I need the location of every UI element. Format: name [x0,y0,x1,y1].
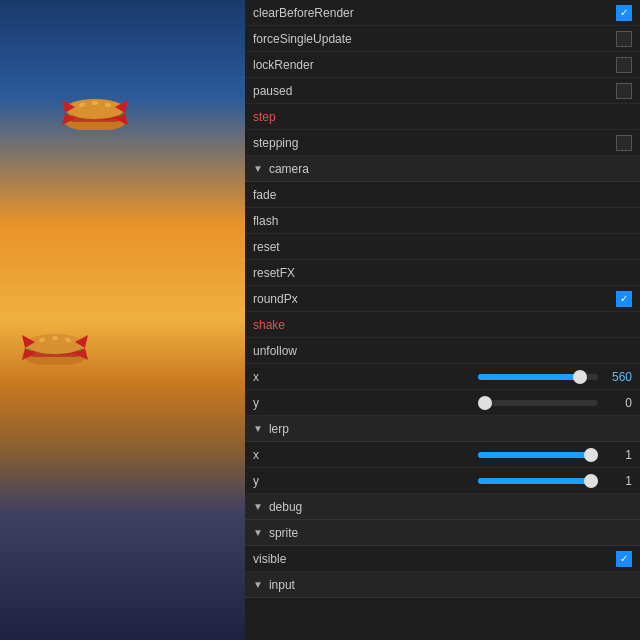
lerp-x-slider-thumb[interactable] [584,448,598,462]
prop-shake: shake [245,312,640,338]
debug-section-label: debug [269,500,302,514]
prop-label-unfollow: unfollow [253,344,632,358]
lerp-section-label: lerp [269,422,289,436]
checkbox-forceSingleUpdate[interactable] [616,31,632,47]
prop-label-flash: flash [253,214,632,228]
lerp-y-slider-track[interactable] [478,478,598,484]
camera-arrow-icon: ▼ [253,163,263,174]
hotdog-sprite-top [60,95,130,130]
svg-point-10 [52,336,58,340]
prop-label-lerp-y: y [253,474,478,488]
section-header-sprite[interactable]: ▼ sprite [245,520,640,546]
camera-y-value: 0 [604,396,632,410]
section-header-lerp[interactable]: ▼ lerp [245,416,640,442]
game-view [0,0,245,640]
sprite-arrow-icon: ▼ [253,527,263,538]
prop-paused: paused [245,78,640,104]
hotdog-sprite-bottom [20,330,90,365]
prop-label-fade: fade [253,188,632,202]
prop-reset: reset [245,234,640,260]
prop-camera-x: x 560 [245,364,640,390]
camera-x-slider-fill [478,374,580,380]
prop-label-paused: paused [253,84,616,98]
prop-label-lockRender: lockRender [253,58,616,72]
checkbox-paused[interactable] [616,83,632,99]
lerp-x-value: 1 [604,448,632,462]
camera-section-label: camera [269,162,309,176]
prop-resetFX: resetFX [245,260,640,286]
checkbox-clearBeforeRender[interactable] [616,5,632,21]
debug-arrow-icon: ▼ [253,501,263,512]
section-header-debug[interactable]: ▼ debug [245,494,640,520]
prop-visible: visible [245,546,640,572]
lerp-y-value: 1 [604,474,632,488]
prop-label-clearBeforeRender: clearBeforeRender [253,6,616,20]
prop-label-visible: visible [253,552,616,566]
prop-lockRender: lockRender [245,52,640,78]
camera-x-slider-thumb[interactable] [573,370,587,384]
input-section-label: input [269,578,295,592]
prop-label-roundPx: roundPx [253,292,616,306]
prop-lerp-x: x 1 [245,442,640,468]
camera-y-slider-track[interactable] [478,400,598,406]
prop-value-clearBeforeRender [616,5,632,21]
sprite-section-label: sprite [269,526,298,540]
input-arrow-icon: ▼ [253,579,263,590]
checkbox-roundPx[interactable] [616,291,632,307]
checkbox-lockRender[interactable] [616,57,632,73]
section-header-input[interactable]: ▼ input [245,572,640,598]
prop-clearBeforeRender: clearBeforeRender [245,0,640,26]
prop-forceSingleUpdate: forceSingleUpdate [245,26,640,52]
prop-label-reset: reset [253,240,632,254]
prop-flash: flash [245,208,640,234]
prop-label-stepping: stepping [253,136,616,150]
prop-label-camera-x: x [253,370,478,384]
lerp-x-slider-track[interactable] [478,452,598,458]
prop-label-resetFX: resetFX [253,266,632,280]
lerp-x-slider-fill [478,452,598,458]
prop-fade: fade [245,182,640,208]
section-header-camera[interactable]: ▼ camera [245,156,640,182]
prop-label-forceSingleUpdate: forceSingleUpdate [253,32,616,46]
inspector-panel: clearBeforeRender forceSingleUpdate lock… [245,0,640,640]
prop-unfollow: unfollow [245,338,640,364]
svg-point-4 [92,101,98,105]
prop-step: step [245,104,640,130]
prop-label-step: step [253,110,632,124]
prop-camera-y: y 0 [245,390,640,416]
camera-x-value: 560 [604,370,632,384]
prop-label-shake: shake [253,318,632,332]
camera-x-slider-track[interactable] [478,374,598,380]
lerp-y-slider-fill [478,478,598,484]
lerp-y-slider-thumb[interactable] [584,474,598,488]
prop-lerp-y: y 1 [245,468,640,494]
checkbox-visible[interactable] [616,551,632,567]
lerp-arrow-icon: ▼ [253,423,263,434]
prop-label-lerp-x: x [253,448,478,462]
prop-label-camera-y: y [253,396,478,410]
prop-stepping: stepping [245,130,640,156]
camera-y-slider-thumb[interactable] [478,396,492,410]
checkbox-stepping[interactable] [616,135,632,151]
prop-roundPx: roundPx [245,286,640,312]
